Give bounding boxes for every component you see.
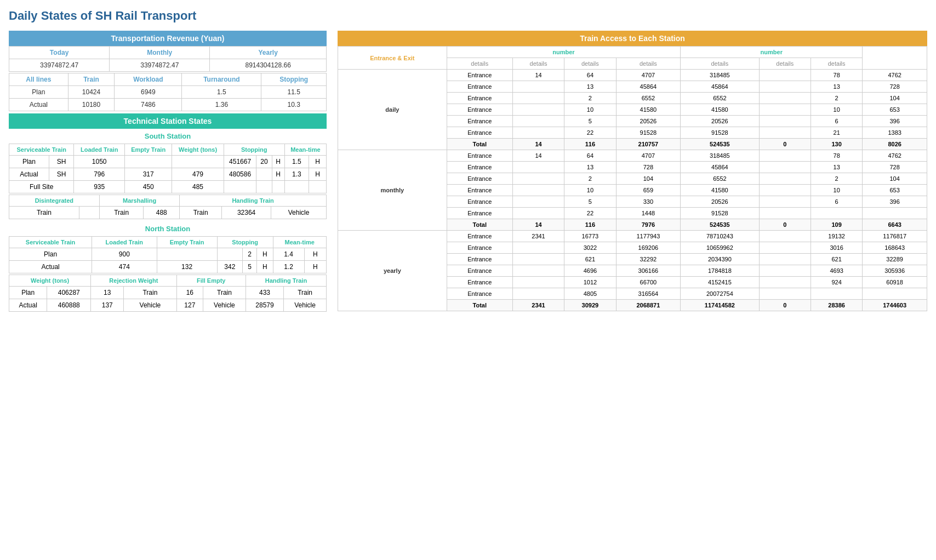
table-row: 728 — [616, 162, 681, 173]
south-plan-meantime: 1.5 — [284, 156, 309, 168]
table-row: Entrance — [447, 208, 512, 219]
total-cell: 0 — [759, 300, 811, 311]
table-row: 22 — [564, 127, 616, 139]
table-row: 6552 — [616, 93, 681, 104]
total-cell: 14 — [512, 139, 564, 150]
table-row: 318485 — [681, 70, 759, 81]
table-row: Entrance — [447, 242, 512, 254]
north-plan-meantime: 1.4 — [273, 248, 304, 261]
left-panel: Transportation Revenue (Yuan) Today Mont… — [9, 31, 327, 312]
table-row: 2 — [811, 93, 862, 104]
north-actual2-weight: 460888 — [47, 299, 91, 312]
table-row: 41580 — [616, 104, 681, 116]
plan-stopping: 11.5 — [261, 86, 327, 99]
table-row: 2 — [811, 173, 862, 185]
south-plan-stop-h: H — [272, 156, 284, 168]
table-row: Entrance — [447, 277, 512, 288]
table-row: Entrance — [447, 162, 512, 173]
table-row: 66700 — [616, 277, 681, 288]
table-row: 13 — [811, 81, 862, 93]
south-actual-meantime: 1.3 — [284, 168, 309, 181]
north-plan2-weight: 406287 — [47, 287, 91, 299]
table-row: 3016 — [811, 242, 862, 254]
table-row: 4707 — [616, 150, 681, 162]
south-col-empty: Empty Train — [125, 144, 172, 156]
table-row: Entrance — [447, 173, 512, 185]
total-cell: 117414582 — [681, 300, 759, 311]
total-cell: 0 — [759, 139, 811, 150]
south-actual-stop-h: H — [272, 168, 284, 181]
table-row: 20072754 — [681, 288, 759, 300]
north-plan-stop-h: H — [257, 248, 273, 261]
north-station-table: Serviceable Train Loaded Train Empty Tra… — [9, 236, 327, 273]
north-actual2-handling-unit: Vehicle — [284, 299, 327, 312]
table-row: 621 — [564, 254, 616, 265]
south-plan-weight: 451667 — [224, 156, 256, 168]
section-label-yearly: yearly — [338, 231, 447, 311]
table-row — [759, 162, 811, 173]
south-fullsite-v6 — [284, 181, 309, 193]
plan-turnaround: 1.5 — [182, 86, 261, 99]
north-plan-empty — [217, 248, 242, 261]
south-fullsite-v7 — [309, 181, 327, 193]
south-actual-weight: 480586 — [224, 168, 256, 181]
table-row: 13 — [564, 162, 616, 173]
north-actual2-handling: 28579 — [246, 299, 283, 312]
north-actual-stopping: 5 — [242, 261, 256, 273]
table-row: 91528 — [681, 208, 759, 219]
table-row: 19132 — [811, 231, 862, 242]
north-actual-stop-h: H — [257, 261, 273, 273]
north-actual2-label: Actual — [9, 299, 47, 312]
north-actual-empty: 342 — [217, 261, 242, 273]
table-row: 1448 — [616, 208, 681, 219]
actual-label: Actual — [9, 99, 69, 111]
south-actual-mean-h: H — [309, 168, 327, 181]
south-actual-label: Actual — [9, 168, 49, 181]
total-cell: Total — [447, 300, 512, 311]
south-plan-stopping: 20 — [256, 156, 272, 168]
table-row — [759, 70, 811, 81]
total-cell: Total — [447, 219, 512, 231]
table-row — [512, 127, 564, 139]
north-actual2-rej-unit: Vehicle — [124, 299, 176, 312]
revenue-header: Transportation Revenue (Yuan) — [9, 31, 327, 46]
table-row: 1177943 — [616, 231, 681, 242]
table-row: 4762 — [863, 70, 927, 81]
table-row: Entrance — [447, 70, 512, 81]
section-label-daily: daily — [338, 70, 447, 150]
access-det-2: details — [564, 58, 616, 70]
table-row — [759, 242, 811, 254]
north-actual-label: Actual — [9, 261, 92, 273]
table-row: Entrance — [447, 185, 512, 196]
table-row — [512, 254, 564, 265]
table-row — [512, 162, 564, 173]
north-plan2-label: Plan — [9, 287, 47, 299]
north-plan-loaded — [157, 248, 217, 261]
section-label-monthly: monthly — [338, 150, 447, 231]
total-cell: 14 — [512, 219, 564, 231]
table-row: Entrance — [447, 150, 512, 162]
table-row — [863, 208, 927, 219]
table-row — [512, 81, 564, 93]
south-plan-label: Plan — [9, 156, 49, 168]
table-row: Entrance — [447, 127, 512, 139]
marsh-v0: Train — [99, 207, 143, 219]
south-plan-serviceable: 1050 — [74, 156, 125, 168]
north-col-stopping: Stopping — [217, 237, 273, 248]
table-row: 3022 — [564, 242, 616, 254]
table-row: 45864 — [681, 162, 759, 173]
table-row: 2034390 — [681, 254, 759, 265]
table-row: 2341 — [512, 231, 564, 242]
table-row: 10 — [811, 104, 862, 116]
table-row: 305936 — [863, 265, 927, 277]
table-row: 78710243 — [681, 231, 759, 242]
table-row — [759, 231, 811, 242]
table-row: 1383 — [863, 127, 927, 139]
table-row: 21 — [811, 127, 862, 139]
table-row: 2 — [564, 93, 616, 104]
table-row — [512, 277, 564, 288]
north-handling-col: Handling Train — [246, 275, 326, 287]
north-plan2-rej-unit: Train — [124, 287, 176, 299]
today-label: Today — [9, 47, 110, 59]
alllines-col-0: All lines — [9, 73, 69, 86]
